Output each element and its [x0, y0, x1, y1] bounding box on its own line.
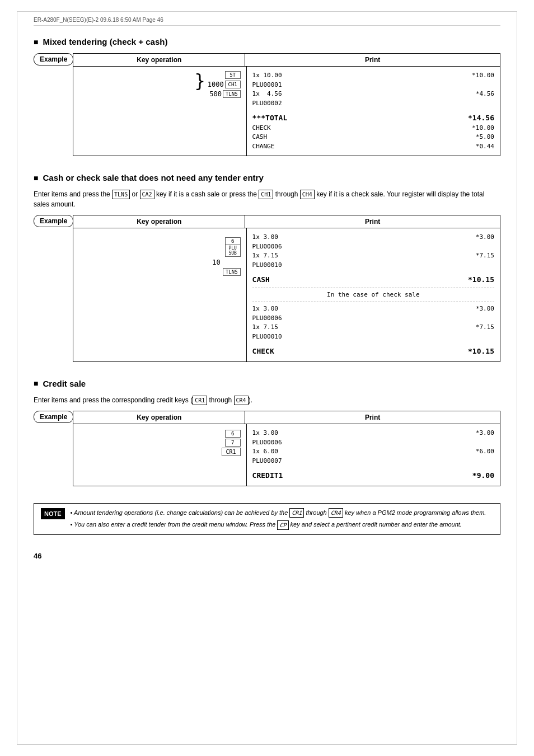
key-st: ST [225, 71, 241, 79]
s3-line2: 1x 6.00*6.00 [252, 447, 494, 457]
section3-desc: Enter items and press the corresponding … [34, 395, 500, 405]
section3-key-col: 6 7 CR1 [73, 424, 246, 486]
inline-key-tlns: TLNS [112, 190, 130, 199]
section1-col-key: Key operation [73, 54, 245, 66]
section1-table: Key operation Print } ST 1000 C [73, 53, 500, 156]
s2b-plu1: PLU00006 [252, 314, 494, 323]
section1-table-body: } ST 1000 CH1 500 TLNS [73, 67, 500, 156]
s2b-plu2: PLU00010 [252, 332, 494, 342]
section2-example-label: Example [34, 215, 73, 227]
section3-col-key: Key operation [73, 411, 245, 424]
page-border-right [517, 11, 517, 745]
s3-credit-line: CREDIT1*9.00 [252, 470, 494, 481]
key-row-6-plus: 6 PLUSUB [225, 237, 241, 257]
s3-line1: 1x 3.00*3.00 [252, 429, 494, 438]
page-border-left [17, 11, 17, 745]
section2-table: Key operation Print 6 PLUSUB 10 [73, 215, 500, 362]
note-box: NOTE • Amount tendering operations (i.e.… [34, 503, 500, 535]
page-border-top [17, 11, 517, 12]
s2b-check-line: CHECK*10.15 [252, 346, 494, 357]
section2-key-stack: 6 PLUSUB 10 TLNS [212, 237, 240, 276]
key-6-plus-box: 6 PLUSUB [225, 237, 241, 257]
section1-key-col: } ST 1000 CH1 500 TLNS [73, 67, 246, 156]
note-content: • Amount tendering operations (i.e. chan… [71, 508, 486, 530]
section2: Cash or check sale that does not need an… [34, 173, 500, 362]
page-header: ER-A280F_N(SEEG)(E)-2 09.6.18 6:50 AM Pa… [34, 17, 500, 26]
inline-key-ch4: CH4 [300, 190, 315, 199]
s3-receipt-block: 1x 3.00*3.00 PLU00006 1x 6.00*6.00 PLU00… [252, 429, 494, 466]
key-6: 6 [225, 237, 241, 245]
section2-table-header: Key operation Print [73, 215, 500, 228]
key-num-10: 10 [212, 259, 220, 266]
s2b-line1: 1x 3.00*3.00 [252, 304, 494, 314]
inline-key-ca2: CA2 [140, 190, 154, 199]
key-row-1000-ch1: 1000 CH1 [208, 81, 241, 88]
section1: Mixed tendering (check + cash) Example K… [34, 37, 500, 156]
s3-plu2: PLU00007 [252, 457, 494, 466]
section2-example-block: Example Key operation Print 6 PLUSUB [34, 215, 500, 362]
section1-print-col: 1x 10.00*10.00 PLU00001 1x 4.56*4.56 PLU… [247, 67, 500, 156]
section1-table-header: Key operation Print [73, 54, 500, 67]
section2-col-print: Print [245, 215, 500, 228]
inline-key-cr4: CR4 [234, 396, 249, 405]
receipt-cash-line: CASH*5.00 [252, 133, 494, 142]
key-tlns: TLNS [223, 90, 241, 98]
receipt-check-line: CHECK*10.00 [252, 124, 494, 133]
section2-print-col: 1x 3.00*3.00 PLU00006 1x 7.15*7.15 PLU00… [247, 228, 500, 361]
inline-key-cr1: CR1 [193, 396, 207, 405]
inline-key-cr1b: CR1 [289, 508, 304, 518]
receipt-change-line: CHANGE*0.44 [252, 142, 494, 152]
note-bullet2: • You can also enter a credit tender fro… [71, 520, 486, 530]
section1-receipt-block1: 1x 10.00*10.00 PLU00001 1x 4.56*4.56 PLU… [252, 71, 494, 108]
key-num-1000: 1000 [208, 81, 224, 88]
receipt-line-1: 1x 10.00*10.00 [252, 71, 494, 81]
receipt-plu1: PLU00001 [252, 81, 494, 90]
curly-brace-icon: } [194, 71, 205, 91]
key-plu-sub: PLUSUB [225, 245, 241, 257]
s2-line2: 1x 7.15*7.15 [252, 251, 494, 261]
note-label: NOTE [41, 508, 65, 520]
key-row-500-tlns: 500 TLNS [209, 90, 240, 98]
section3-key-stack: 6 7 CR1 [222, 430, 241, 456]
s2-line1: 1x 3.00*3.00 [252, 233, 494, 242]
receipt-plu2: PLU00002 [252, 99, 494, 109]
section1-example-label: Example [34, 53, 73, 65]
section3-table: Key operation Print 6 7 CR1 1x 3.00*3 [73, 411, 500, 486]
key-ch1: CH1 [225, 81, 241, 88]
s2-receipt-block2: 1x 3.00*3.00 PLU00006 1x 7.15*7.15 PLU00… [252, 304, 494, 341]
receipt-line-2: 1x 4.56*4.56 [252, 90, 494, 99]
section1-key-diagram: } ST 1000 CH1 500 TLNS [194, 71, 240, 98]
s2-check-total: CHECK*10.15 [252, 346, 494, 357]
inline-key-cp: CP [277, 520, 288, 530]
section1-receipt-block2: ***TOTAL*14.56 CHECK*10.00 CASH*5.00 CHA… [252, 112, 494, 151]
key-row-10: 10 [212, 259, 240, 266]
section3-example-block: Example Key operation Print 6 7 CR1 [34, 411, 500, 486]
s2-cash-total: CASH*10.15 [252, 274, 494, 285]
section3-col-print: Print [245, 411, 500, 424]
inline-key-cr4b: CR4 [329, 508, 343, 518]
s2-plu2: PLU00010 [252, 261, 494, 270]
check-sale-note: In the case of check sale [252, 288, 494, 303]
section3: Credit sale Enter items and press the co… [34, 379, 500, 486]
section2-table-body: 6 PLUSUB 10 TLNS [73, 228, 500, 361]
s3-plu1: PLU00006 [252, 438, 494, 448]
page-number: 46 [34, 552, 500, 560]
key-num-500: 500 [209, 90, 222, 98]
section1-example-block: Example Key operation Print } ST [34, 53, 500, 156]
section3-table-header: Key operation Print [73, 411, 500, 424]
key-tlns-2: TLNS [223, 268, 241, 276]
section3-title: Credit sale [34, 379, 500, 388]
key-6b: 6 [225, 430, 241, 438]
key-7: 7 [225, 439, 241, 447]
section2-title: Cash or check sale that does not need an… [34, 173, 500, 182]
section3-print-col: 1x 3.00*3.00 PLU00006 1x 6.00*6.00 PLU00… [247, 424, 500, 486]
key-row-st: ST [225, 71, 241, 79]
section2-desc: Enter items and press the TLNS or CA2 ke… [34, 189, 500, 209]
section3-table-body: 6 7 CR1 1x 3.00*3.00 PLU00006 1x 6.00*6.… [73, 424, 500, 486]
section1-col-print: Print [245, 54, 500, 66]
s3-credit-total: CREDIT1*9.00 [252, 470, 494, 481]
receipt-total-line: ***TOTAL*14.56 [252, 112, 494, 124]
s2-plu1: PLU00006 [252, 242, 494, 252]
note-bullet1: • Amount tendering operations (i.e. chan… [71, 508, 486, 518]
s2-receipt-block1: 1x 3.00*3.00 PLU00006 1x 7.15*7.15 PLU00… [252, 233, 494, 270]
